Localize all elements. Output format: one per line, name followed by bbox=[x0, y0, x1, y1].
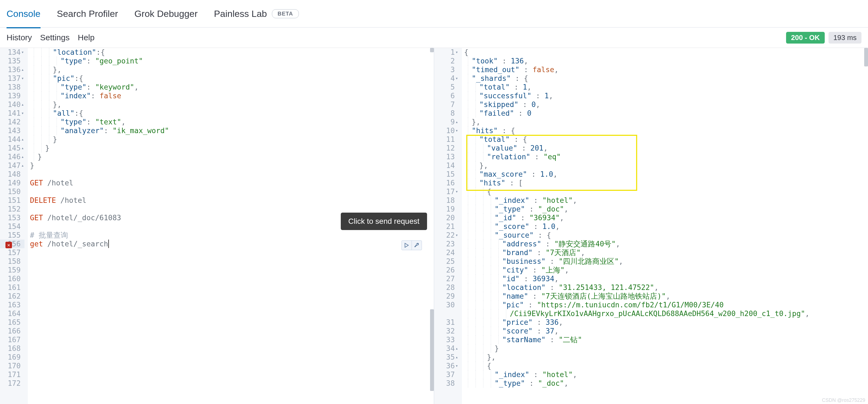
fold-caret-icon[interactable]: ▴ bbox=[455, 118, 458, 126]
code-line bbox=[30, 248, 434, 257]
gutter-line: 3 bbox=[434, 65, 459, 74]
gutter-line: 151 bbox=[0, 196, 25, 205]
tab-grok-debugger[interactable]: Grok Debugger bbox=[134, 8, 197, 19]
settings-link[interactable]: Settings bbox=[40, 33, 69, 42]
code-line bbox=[30, 370, 434, 379]
fold-caret-icon[interactable]: ▾ bbox=[455, 126, 458, 135]
gutter-line: 27 bbox=[434, 274, 459, 283]
gutter-line: ✕156 bbox=[0, 240, 25, 248]
gutter-line: 36▾ bbox=[434, 362, 459, 370]
history-link[interactable]: History bbox=[6, 33, 32, 42]
gutter-line: 149 bbox=[0, 179, 25, 187]
code-line bbox=[30, 257, 434, 266]
gutter-line: 169 bbox=[0, 353, 25, 362]
fold-caret-icon[interactable]: ▴ bbox=[455, 344, 458, 353]
fold-caret-icon[interactable]: ▴ bbox=[21, 144, 24, 152]
wrench-icon bbox=[414, 243, 420, 248]
send-request-button[interactable] bbox=[402, 241, 412, 250]
code-line: "_id" : "36934", bbox=[464, 213, 868, 222]
gutter-line: 162 bbox=[0, 292, 25, 301]
code-line: }, bbox=[30, 100, 434, 109]
fold-caret-icon[interactable]: ▾ bbox=[455, 362, 458, 370]
fold-caret-icon[interactable]: ▾ bbox=[455, 231, 458, 240]
fold-caret-icon[interactable]: ▾ bbox=[455, 48, 458, 57]
gutter-line: 137▾ bbox=[0, 74, 25, 83]
code-line: "took" : 136, bbox=[464, 57, 868, 65]
fold-caret-icon[interactable]: ▾ bbox=[455, 187, 458, 196]
gutter-line: 12 bbox=[434, 144, 459, 152]
code-line: "pic" : "https://m.tuniucdn.com/fb2/t1/G… bbox=[464, 301, 868, 309]
response-status-pill: 200 - OK bbox=[786, 32, 825, 43]
gutter-line: 22▾ bbox=[434, 231, 459, 240]
tab-console[interactable]: Console bbox=[6, 8, 40, 28]
editor-scroll-indicator-top[interactable] bbox=[430, 48, 434, 52]
gutter-line: 37 bbox=[434, 370, 459, 379]
gutter-line: 8 bbox=[434, 109, 459, 118]
code-line: "pic":{ bbox=[30, 74, 434, 83]
code-line: GET /hotel bbox=[30, 179, 434, 187]
fold-caret-icon[interactable]: ▾ bbox=[21, 48, 24, 57]
code-line: }, bbox=[464, 118, 868, 126]
request-editor-pane: 134▾135136▴137▾138139140▴141▾142143144▴1… bbox=[0, 48, 434, 404]
fold-caret-icon[interactable]: ▾ bbox=[21, 74, 24, 83]
code-line: { bbox=[464, 362, 868, 370]
code-line: } bbox=[30, 144, 434, 152]
gutter-line: 11 bbox=[434, 135, 459, 144]
code-line: "_source" : { bbox=[464, 231, 868, 240]
code-line: # 批量查询 bbox=[30, 231, 434, 240]
code-line: /Cii9EVkyLrKIXo1vAAHgrxo_pUcAALcKQLD688A… bbox=[464, 309, 868, 318]
code-line: "failed" : 0 bbox=[464, 109, 868, 118]
gutter-line: 23 bbox=[434, 240, 459, 248]
gutter-line: 21 bbox=[434, 222, 459, 231]
fold-caret-icon[interactable]: ▾ bbox=[455, 74, 458, 83]
fold-caret-icon[interactable]: ▾ bbox=[21, 109, 24, 118]
fold-caret-icon[interactable]: ▴ bbox=[455, 353, 458, 362]
code-line bbox=[30, 205, 434, 213]
gutter-line: 28 bbox=[434, 283, 459, 292]
gutter-line: 164 bbox=[0, 309, 25, 318]
gutter-line: 33 bbox=[434, 335, 459, 344]
code-line bbox=[30, 170, 434, 179]
code-line: "type": "keyword", bbox=[30, 83, 434, 91]
gutter-line: 140▴ bbox=[0, 100, 25, 109]
gutter-line: 159 bbox=[0, 266, 25, 274]
tab-search-profiler[interactable]: Search Profiler bbox=[57, 8, 118, 19]
watermark-text: CSDN @ros275229 bbox=[822, 396, 865, 404]
gutter-line: 6 bbox=[434, 91, 459, 100]
code-line: "id" : 36934, bbox=[464, 274, 868, 283]
code-line: "score" : 37, bbox=[464, 327, 868, 335]
gutter-line: 145▴ bbox=[0, 144, 25, 152]
fold-caret-icon[interactable]: ▴ bbox=[21, 100, 24, 109]
code-line: "_index" : "hotel", bbox=[464, 370, 868, 379]
gutter-line: 153 bbox=[0, 213, 25, 222]
request-action-buttons bbox=[401, 240, 422, 250]
response-code-area[interactable]: {"took" : 136,"timed_out" : false,"_shar… bbox=[462, 48, 868, 404]
code-line: get /hotel/_search bbox=[30, 240, 434, 248]
code-line: "type": "geo_point" bbox=[30, 57, 434, 65]
code-line: "location" : "31.251433, 121.47522", bbox=[464, 283, 868, 292]
tab-painless-lab-label: Painless Lab bbox=[214, 8, 267, 19]
gutter-line: 17▾ bbox=[434, 187, 459, 196]
gutter-line: 13 bbox=[434, 152, 459, 161]
fold-caret-icon[interactable]: ▴ bbox=[21, 65, 24, 74]
gutter-line: 154 bbox=[0, 222, 25, 231]
code-line: DELETE /hotel bbox=[30, 196, 434, 205]
console-workspace: 134▾135136▴137▾138139140▴141▾142143144▴1… bbox=[0, 48, 868, 404]
fold-caret-icon[interactable]: ▴ bbox=[21, 152, 24, 161]
code-line: "starName" : "二钻" bbox=[464, 335, 868, 344]
code-line: "all":{ bbox=[30, 109, 434, 118]
code-line: "hits" : [ bbox=[464, 179, 868, 187]
fold-caret-icon[interactable]: ▴ bbox=[21, 161, 24, 170]
response-scroll-thumb[interactable] bbox=[864, 48, 868, 66]
editor-scroll-thumb[interactable] bbox=[430, 309, 434, 391]
code-line: "index": false bbox=[30, 91, 434, 100]
tab-painless-lab[interactable]: Painless Lab BETA bbox=[214, 8, 299, 19]
gutter-line: 172 bbox=[0, 379, 25, 388]
code-line: }, bbox=[464, 161, 868, 170]
code-line bbox=[30, 292, 434, 301]
help-link[interactable]: Help bbox=[78, 33, 95, 42]
fold-caret-icon[interactable]: ▴ bbox=[21, 135, 24, 144]
gutter-line: 165 bbox=[0, 318, 25, 327]
gutter-line: 157 bbox=[0, 248, 25, 257]
request-options-button[interactable] bbox=[412, 241, 422, 250]
